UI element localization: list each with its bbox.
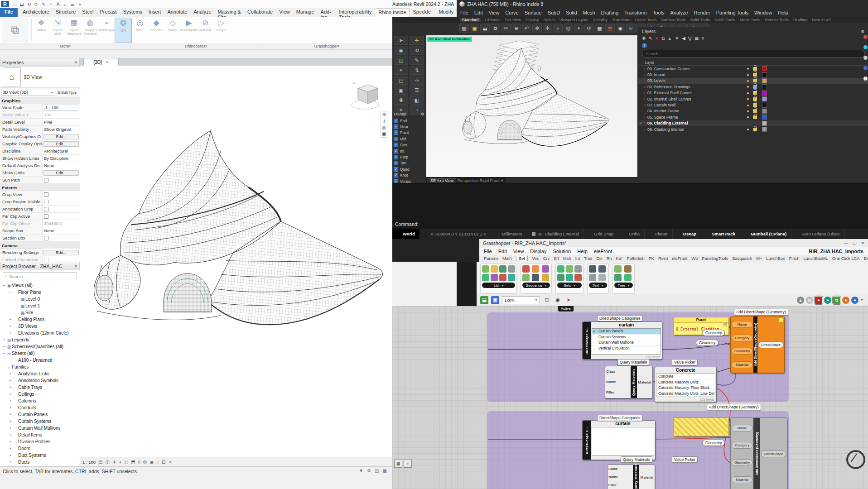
rhino-tool-icon[interactable]: ⟲	[410, 46, 424, 55]
gh-component-tab[interactable]: Extra	[864, 256, 868, 261]
property-value[interactable]: Fine	[44, 120, 52, 125]
layer-row[interactable]: ✓ ▷ 06. Cladding Internal ●	[638, 126, 868, 132]
tree-item[interactable]: + Ducts	[0, 459, 80, 465]
gh-component-icon[interactable]	[491, 265, 498, 273]
property-checkbox[interactable]	[44, 236, 48, 240]
checkbox-checked-icon[interactable]: ✓	[394, 119, 398, 123]
gh-component-icon[interactable]	[589, 274, 596, 281]
layer-color-swatch[interactable]	[762, 84, 767, 89]
nav-icon[interactable]: ▣	[382, 131, 386, 136]
property-value[interactable]: 1 : 100	[44, 105, 78, 110]
rhino-tool-icon[interactable]: ⌖	[394, 66, 408, 75]
gh-component-icon[interactable]	[532, 265, 539, 273]
active-view-tag[interactable]: Active	[558, 306, 574, 312]
rhino-toolbar-icon[interactable]: ✛	[543, 24, 552, 33]
gh-component-icon[interactable]	[482, 265, 489, 273]
layer-color-swatch[interactable]	[762, 109, 767, 114]
rhino-menu-item[interactable]: Transform	[624, 10, 647, 15]
viewport-tab[interactable]: Right	[479, 178, 489, 183]
help-icon[interactable]: ?	[642, 43, 647, 48]
layer-visibility-bulb-icon[interactable]: ●	[745, 127, 751, 131]
layer-expander[interactable]: ▷	[644, 67, 647, 71]
section-camera[interactable]: Camera	[0, 242, 80, 249]
rhino-toolbar-icon[interactable]: ✂	[501, 24, 511, 33]
property-value[interactable]: Edit...	[43, 134, 79, 139]
gh-menu-item[interactable]: Help	[577, 249, 588, 254]
layers-tool-icon[interactable]: ⋁	[688, 36, 692, 41]
tree-item[interactable]: − ⌂ Families	[0, 364, 80, 370]
maximize-icon[interactable]: ▢	[853, 241, 857, 245]
directshape-categories-node[interactable]: DirectShape C… curtain Curtain Panels Cu…	[582, 321, 662, 360]
preview-icon[interactable]: ✿	[833, 297, 840, 304]
panel-tab-icon[interactable]	[863, 66, 868, 70]
rhino-tool-icon[interactable]: ◉	[394, 46, 408, 55]
rhino-toolbar-icon[interactable]: ⬒	[605, 24, 615, 33]
osnap-option[interactable]: ✓ End	[394, 118, 424, 124]
rhino-toolbar-icon[interactable]: ⬓	[480, 24, 490, 33]
close-icon[interactable]: ✕	[106, 60, 109, 64]
tree-expander[interactable]: +	[8, 460, 13, 464]
tree-expander[interactable]: +	[8, 324, 13, 328]
status-segment[interactable]: Auto CPlane (Objec	[791, 229, 845, 239]
revit-ribbon-tab[interactable]: Precast	[96, 8, 120, 17]
close-icon[interactable]: ✕	[74, 264, 77, 268]
rhino-tool-icon[interactable]: ➤	[394, 36, 408, 45]
rhino-toolbar-tab[interactable]: Visibility	[593, 18, 608, 22]
layer-row[interactable]: ✓ ▷ 02. Internal Shell Curves ●	[638, 96, 868, 102]
rhino-toolbar-tab[interactable]: CPlanes	[485, 18, 501, 22]
rhino-toolbar-tab[interactable]: Drafting	[793, 18, 808, 22]
layers-column-header[interactable]: Layer	[645, 60, 654, 65]
property-checkbox[interactable]	[44, 214, 48, 219]
layer-lock-icon[interactable]	[753, 67, 757, 71]
rhino-menu-item[interactable]: Analyze	[670, 10, 688, 15]
gh-component-tab[interactable]: Params	[484, 256, 498, 261]
node-output-label[interactable]: Material	[639, 465, 655, 489]
group-label[interactable]: Add DirectShape (Geometry)	[734, 309, 788, 315]
checkbox-checked-icon[interactable]: ✓	[394, 161, 398, 165]
revit-ribbon-tab[interactable]: Add-Ins	[318, 8, 336, 17]
layer-color-swatch[interactable]	[762, 127, 767, 132]
geometry-param-pill[interactable]: Geometry	[702, 440, 725, 446]
gh-component-tab[interactable]: Sasquatch	[732, 256, 752, 261]
rhino-menu-item[interactable]: Solid	[566, 10, 577, 15]
preview-icon[interactable]: ➤	[824, 297, 831, 304]
layer-row[interactable]: ✓ 00. Levels ●	[638, 78, 868, 84]
zoom-level-select[interactable]: 128%▼	[502, 296, 540, 304]
gh-component-icon[interactable]	[598, 274, 606, 281]
revit-ribbon-tab[interactable]: View	[276, 8, 293, 17]
revit-logo-icon[interactable]: R	[1, 1, 9, 7]
qat-icon[interactable]: ▭	[11, 2, 18, 7]
tree-expander[interactable]: +	[8, 385, 13, 389]
revit-ribbon-tab[interactable]: File	[0, 8, 18, 17]
gh-component-tab[interactable]: LunchBoxML	[803, 256, 828, 261]
tree-item[interactable]: + Ceilings	[0, 391, 80, 398]
chevron-down-icon[interactable]: ▼	[860, 298, 863, 302]
rhino-menu-item[interactable]: Surface	[525, 10, 542, 15]
gh-menu-item[interactable]: View	[513, 249, 524, 254]
rhino-toolbar-tab[interactable]: Surface Tools	[661, 18, 685, 22]
rhino-tool-icon[interactable]: ⇅	[410, 66, 424, 75]
material-list-item[interactable]: Concrete Masonry Units	[656, 380, 715, 386]
qat-icon[interactable]: »	[76, 2, 83, 7]
layer-row[interactable]: ✓ ▷ 00. Construction Curves ●	[638, 66, 868, 72]
view-control-icon[interactable]: ⊡	[162, 460, 165, 465]
rhino-tool-icon[interactable]: ✎	[410, 56, 424, 65]
qat-icon[interactable]: ⬓	[18, 2, 25, 7]
edit-type-button[interactable]: ⊞Edit Type	[55, 89, 79, 96]
osnap-option[interactable]: ✓ Near	[394, 124, 424, 129]
rhino-tool-icon[interactable]: ☰	[410, 86, 424, 95]
gh-group-label[interactable]: Text	[589, 283, 607, 288]
type-selector[interactable]: 3D View: {3D}▼	[1, 89, 55, 96]
ribbon-button[interactable]: ◇ Divide	[164, 18, 181, 42]
layer-visibility-bulb-icon[interactable]: ●	[745, 73, 751, 77]
layers-tool-icon[interactable]: ✕	[655, 36, 659, 41]
rhino-menu-item[interactable]: Curve	[505, 10, 518, 15]
gh-component-icon[interactable]	[542, 265, 549, 273]
node-input-pill[interactable]: Geometry	[732, 348, 752, 355]
preview-icon[interactable]: ▲	[797, 297, 804, 304]
nav-icon[interactable]: ⊕	[382, 112, 386, 117]
qat-icon[interactable]: ☰	[69, 2, 76, 7]
view-control-icon[interactable]: ☀	[112, 460, 116, 465]
layers-tool-icon[interactable]: ✎	[648, 36, 652, 41]
gh-view-icon[interactable]: ◉	[554, 296, 562, 304]
